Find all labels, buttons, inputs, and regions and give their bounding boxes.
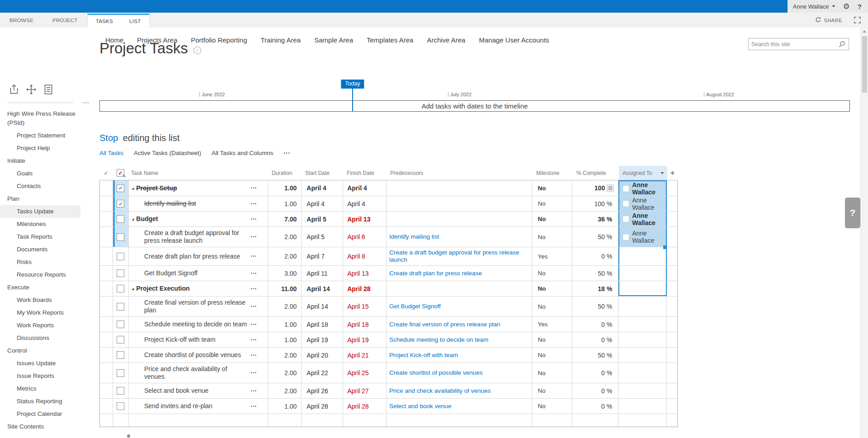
start-date-cell[interactable]: April 5 <box>302 212 343 226</box>
row-checkbox-cell[interactable] <box>113 363 129 383</box>
predecessors-cell[interactable]: Price and check availability of venues <box>387 383 532 398</box>
percent-complete-cell[interactable]: 18 % <box>572 281 618 296</box>
task-name[interactable]: Create a draft budget approval for press… <box>144 229 248 245</box>
row-checkbox-cell[interactable] <box>113 414 129 427</box>
task-name[interactable]: Price and check availability of venues <box>144 365 248 381</box>
finish-date-cell[interactable]: April 4 <box>343 196 387 211</box>
predecessors-cell[interactable]: Schedule meeting to decide on team <box>387 332 532 347</box>
finish-date-cell[interactable]: April 6 <box>343 227 387 247</box>
row-checkbox[interactable] <box>117 336 124 344</box>
start-date-cell[interactable]: April 5 <box>302 227 343 247</box>
finish-date-cell[interactable]: April 21 <box>343 348 387 363</box>
milestone-cell[interactable]: No <box>532 281 572 296</box>
share-button[interactable]: SHARE <box>815 17 842 24</box>
top-nav-item[interactable]: Archive Area <box>427 36 465 44</box>
start-date-cell[interactable]: April 14 <box>302 297 343 316</box>
assigned-to-cell[interactable] <box>618 297 667 316</box>
task-name[interactable]: Create final version of press release pl… <box>144 299 248 314</box>
collapse-triangle-icon[interactable] <box>132 285 134 292</box>
duration-cell[interactable]: 2.00 <box>268 363 302 383</box>
percent-complete-cell[interactable]: 0 % <box>572 247 618 265</box>
view-link[interactable]: All Tasks <box>99 150 123 156</box>
list-document-icon[interactable] <box>42 84 54 95</box>
milestone-cell[interactable]: Yes <box>532 247 572 265</box>
predecessor-link[interactable]: Price and check availability of venues <box>389 387 491 395</box>
row-menu-icon[interactable] <box>250 303 257 311</box>
row-selector-cell[interactable] <box>100 399 113 414</box>
search-icon[interactable] <box>839 41 845 47</box>
assigned-to-cell[interactable]: Anne Wallace <box>618 180 667 196</box>
view-link[interactable]: Active Tasks (Datasheet) <box>134 150 201 156</box>
assigned-to-cell[interactable]: Anne Wallace <box>618 212 667 226</box>
sidebar-item[interactable]: Plan <box>0 193 80 205</box>
row-checkbox[interactable] <box>117 253 124 260</box>
percent-complete-cell[interactable]: 50 % <box>572 348 618 363</box>
tab-tasks[interactable]: TASKS <box>88 15 121 28</box>
milestone-cell[interactable]: No <box>532 227 572 247</box>
tab-project[interactable]: PROJECT <box>43 13 87 28</box>
row-checkbox[interactable] <box>117 369 124 377</box>
sidebar-item[interactable]: Issue Reports <box>0 370 80 382</box>
task-name-cell[interactable]: Create shortlist of possible venues <box>129 348 269 363</box>
sidebar-item[interactable]: Work Boards <box>0 294 80 306</box>
finish-date-cell[interactable]: April 28 <box>343 281 387 296</box>
predecessors-cell[interactable]: Create a draft budget approval for press… <box>387 247 532 265</box>
row-selector-cell[interactable] <box>100 227 113 247</box>
sidebar-item[interactable]: Initiate <box>0 155 80 167</box>
task-name-cell[interactable]: Create draft plan for press release <box>129 247 269 265</box>
assigned-to-cell[interactable]: Anne Wallace <box>618 227 667 247</box>
user-menu[interactable]: Anne Wallace <box>793 3 835 10</box>
predecessor-link[interactable]: Create a draft budget approval for press… <box>389 249 530 264</box>
sidebar-item[interactable]: Work Reports <box>0 319 80 332</box>
task-name[interactable]: Budget <box>136 215 158 223</box>
sidebar-item[interactable]: High Wire Press Release (PStd) <box>0 108 80 129</box>
add-column-button[interactable]: + <box>667 166 678 180</box>
col-header-select[interactable]: ✓ <box>99 166 113 180</box>
finish-date-cell[interactable] <box>343 414 387 427</box>
row-checkbox-cell[interactable] <box>113 180 129 196</box>
finish-date-cell[interactable]: April 25 <box>343 363 387 383</box>
select-all-checkbox[interactable] <box>117 169 124 177</box>
task-name[interactable]: Schedule meeting to decide on team <box>144 320 247 328</box>
sidebar-item[interactable]: My Work Reports <box>0 306 80 319</box>
sidebar-item[interactable]: Contacts <box>0 180 80 193</box>
task-name[interactable]: Create shortlist of possible venues <box>144 351 241 359</box>
finish-date-cell[interactable]: April 27 <box>343 383 387 398</box>
row-selector-cell[interactable] <box>100 348 113 363</box>
predecessors-cell[interactable] <box>387 180 532 196</box>
predecessors-cell[interactable]: Project Kick-off with team <box>387 348 532 363</box>
row-menu-icon[interactable] <box>250 320 257 328</box>
top-nav-item[interactable]: Manage User Accounts <box>479 36 549 44</box>
row-menu-icon[interactable] <box>250 253 257 260</box>
percent-complete-cell[interactable]: 50 % <box>572 227 618 247</box>
predecessor-link[interactable]: Create final version of press release pl… <box>389 321 500 328</box>
col-header-checkbox[interactable] <box>113 166 128 180</box>
start-date-cell[interactable]: April 22 <box>302 363 343 383</box>
view-link[interactable]: All Tasks and Columns <box>212 150 273 156</box>
milestone-cell[interactable]: No <box>532 399 572 414</box>
task-name[interactable]: Get Budget Signoff <box>144 269 198 277</box>
predecessor-link[interactable]: Create draft plan for press release <box>389 270 482 277</box>
duration-cell[interactable]: 1.00 <box>268 317 302 332</box>
row-selector-cell[interactable] <box>100 247 113 265</box>
sidebar-item[interactable]: Control <box>0 344 80 357</box>
row-checkbox-cell[interactable] <box>113 297 129 316</box>
row-selector-cell[interactable] <box>100 180 113 196</box>
start-date-cell[interactable]: April 7 <box>302 247 343 265</box>
sidebar-item[interactable]: Milestones <box>0 218 80 231</box>
start-date-cell[interactable]: April 4 <box>302 180 343 196</box>
row-selector-cell[interactable] <box>100 414 113 427</box>
duration-cell[interactable]: 11.00 <box>268 281 302 296</box>
row-checkbox-cell[interactable] <box>113 196 129 211</box>
col-header-finish-date[interactable]: Finish Date <box>343 166 387 180</box>
duration-cell[interactable]: 2.00 <box>268 348 302 363</box>
row-checkbox-cell[interactable] <box>113 212 129 226</box>
predecessors-cell[interactable] <box>387 281 532 296</box>
percent-complete-cell[interactable]: 100 <box>572 180 618 196</box>
assigned-to-cell[interactable] <box>618 332 667 347</box>
search-input[interactable] <box>749 41 839 47</box>
cell-picker-icon[interactable] <box>607 184 614 192</box>
row-checkbox-cell[interactable] <box>113 317 129 332</box>
row-menu-icon[interactable] <box>250 233 257 241</box>
row-selector-cell[interactable] <box>100 332 113 347</box>
